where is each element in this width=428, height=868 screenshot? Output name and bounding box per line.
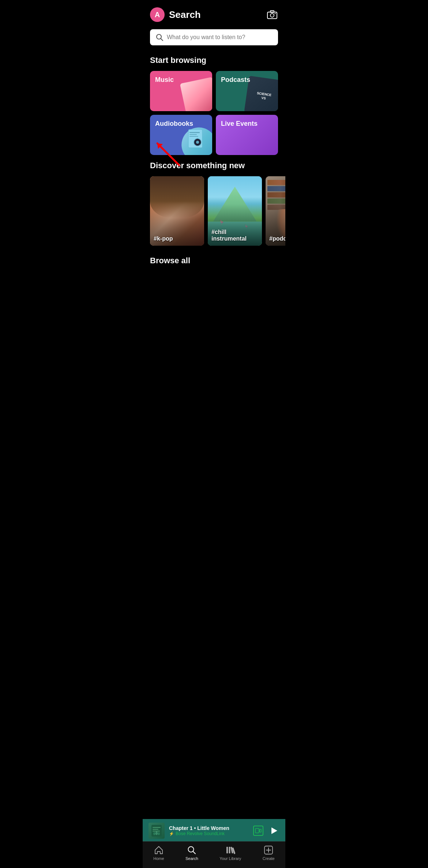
svg-rect-2 [270, 11, 274, 12]
discover-title: Discover something new [143, 158, 285, 176]
avatar[interactable]: A [150, 7, 165, 22]
browse-card-music[interactable]: Music [150, 71, 212, 111]
kpop-label: #k-pop [150, 232, 176, 246]
music-label: Music [155, 76, 174, 84]
browse-grid: Music Podcasts SCIENCEVS Audiobooks [143, 71, 285, 155]
browse-card-live-events[interactable]: Live Events [216, 115, 278, 155]
header-left: A Search [150, 7, 201, 22]
browse-card-audiobooks[interactable]: Audiobooks [150, 115, 212, 155]
svg-point-1 [270, 14, 274, 17]
live-events-label: Live Events [221, 120, 258, 128]
audiobooks-label: Audiobooks [155, 120, 193, 128]
start-browsing-title: Start browsing [143, 53, 285, 71]
discover-section: Discover something new #k-pop [143, 158, 285, 246]
browse-card-podcasts[interactable]: Podcasts SCIENCEVS [216, 71, 278, 111]
browse-all-section: Browse all [143, 253, 285, 271]
browse-all-title: Browse all [143, 253, 285, 271]
svg-rect-9 [189, 136, 198, 137]
page-title: Search [169, 9, 201, 20]
header: A Search [143, 0, 285, 26]
svg-rect-7 [189, 132, 200, 133]
discover-card-kpop[interactable]: #k-pop [150, 176, 204, 246]
svg-point-11 [196, 141, 199, 144]
svg-point-3 [275, 13, 276, 14]
podcasts-disc-label: #podcasts [266, 232, 285, 246]
discover-scroll[interactable]: #k-pop 🦩 🦩 #chillinstrumental [143, 176, 285, 246]
svg-rect-8 [189, 134, 197, 135]
podcasts-label: Podcasts [221, 76, 250, 84]
svg-line-5 [161, 39, 163, 41]
camera-icon[interactable] [266, 9, 278, 20]
search-bar[interactable] [150, 29, 278, 45]
discover-card-chill[interactable]: 🦩 🦩 #chillinstrumental [208, 176, 262, 246]
discover-card-podcasts[interactable]: #podcasts [266, 176, 285, 246]
search-input[interactable] [167, 34, 272, 41]
search-icon [156, 34, 163, 41]
chill-label: #chillinstrumental [208, 225, 250, 246]
svg-rect-0 [267, 12, 277, 19]
